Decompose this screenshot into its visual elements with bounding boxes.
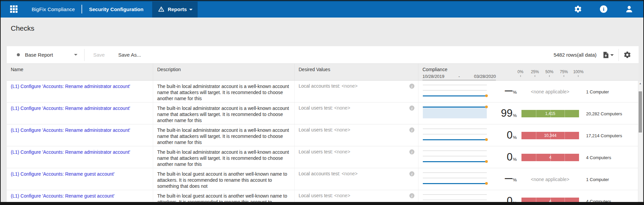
- compliance-trend-chart: [423, 102, 487, 124]
- brand-title[interactable]: BigFix Compliance: [32, 6, 75, 12]
- top-navbar: BigFix Compliance Security Configuration…: [1, 1, 643, 18]
- description-cell: The built-in local guest account is anot…: [153, 168, 294, 190]
- toolbar-divider: [618, 49, 619, 61]
- save-as-button[interactable]: Save As...: [118, 52, 141, 58]
- compliance-percent-value: 0: [507, 152, 512, 162]
- compliance-percent-unit: %: [513, 135, 517, 140]
- report-selector-value: Base Report: [25, 52, 65, 58]
- check-name-link[interactable]: (L1) Configure 'Accounts: Rename adminis…: [11, 127, 130, 133]
- table-row: (L1) Configure 'Accounts: Rename adminis…: [7, 146, 639, 168]
- check-name-link[interactable]: (L1) Configure 'Accounts: Rename adminis…: [11, 84, 130, 89]
- table-header: Name Description Desired Values Complian…: [7, 64, 639, 81]
- table-settings-gear-icon[interactable]: [623, 51, 631, 59]
- scale-label-0: 0%: [517, 69, 523, 77]
- compliance-date-range[interactable]: 10/28/2019 - 03/28/2020: [422, 74, 496, 80]
- navbar-divider: [81, 5, 82, 13]
- name-cell: (L1) Configure 'Accounts: Rename guest a…: [7, 190, 153, 202]
- desired-values-cell: Local users test: <none> i: [294, 124, 418, 146]
- check-name-link[interactable]: (L1) Configure 'Accounts: Rename adminis…: [11, 106, 130, 111]
- scrollbar-thumb[interactable]: [639, 91, 642, 133]
- description-cell: The built-in local administrator account…: [153, 81, 294, 102]
- info-icon[interactable]: i: [409, 171, 414, 176]
- warning-triangle-icon: [157, 5, 165, 13]
- column-header-description[interactable]: Description: [153, 64, 294, 80]
- description-cell: The built-in local administrator account…: [153, 146, 294, 168]
- desired-values-label: Local accounts test:: [299, 171, 340, 176]
- trend-line: [423, 107, 487, 108]
- desired-values-value: <none>: [342, 83, 358, 89]
- compliance-trend-chart: [423, 146, 487, 168]
- desired-values-value: <none>: [334, 149, 350, 154]
- info-icon[interactable]: i: [409, 84, 414, 89]
- compliance-percent-unit: %: [513, 90, 517, 94]
- scroll-up-arrow[interactable]: ▲: [638, 81, 642, 86]
- date-separator: -: [459, 74, 460, 79]
- toolbar-divider: [84, 49, 84, 61]
- compliance-percent-unit: %: [513, 157, 517, 162]
- chevron-down-icon: [189, 9, 193, 10]
- column-header-name[interactable]: Name: [7, 64, 153, 80]
- desired-values-cell: Local users test: <none> i: [294, 102, 418, 124]
- computer-count-label: 4 Computers: [586, 199, 611, 202]
- table-row: (L1) Configure 'Accounts: Rename guest a…: [7, 168, 639, 190]
- info-icon[interactable]: i: [409, 149, 414, 154]
- desired-values-value: <none>: [334, 105, 350, 111]
- app-launcher-icon[interactable]: [10, 5, 18, 13]
- compliance-trend-chart: [423, 190, 487, 202]
- reports-menu[interactable]: Reports: [152, 1, 198, 18]
- check-name-link[interactable]: (L1) Configure 'Accounts: Rename guest a…: [11, 171, 114, 177]
- table-row: (L1) Configure 'Accounts: Rename guest a…: [7, 190, 639, 202]
- compliance-percent-value: 0: [507, 196, 512, 202]
- compliance-trend-chart: [423, 81, 487, 102]
- chevron-down-icon: [610, 54, 614, 56]
- info-icon[interactable]: i: [409, 127, 414, 133]
- settings-gear-icon[interactable]: [574, 5, 582, 13]
- check-name-link[interactable]: (L1) Configure 'Accounts: Rename guest a…: [11, 193, 114, 199]
- check-name-link[interactable]: (L1) Configure 'Accounts: Rename adminis…: [11, 149, 130, 155]
- compliance-percent: 0 %: [479, 130, 517, 140]
- desired-values-cell: Local accounts test: <none> i: [294, 168, 418, 190]
- computer-count-label: 1 Computer: [586, 177, 609, 182]
- name-cell: (L1) Configure 'Accounts: Rename adminis…: [7, 146, 153, 168]
- reports-label: Reports: [168, 6, 187, 12]
- computer-count-bar: 1,415: [521, 110, 579, 117]
- computer-count-bar: 10,344: [521, 132, 579, 139]
- date-from-input[interactable]: 10/28/2019: [422, 74, 444, 79]
- scale-label-25: 25%: [531, 69, 539, 77]
- report-selector[interactable]: Base Report: [20, 52, 77, 58]
- report-status-dot: [17, 53, 20, 56]
- compliance-cell: 0 % 4 4 Computers: [418, 190, 639, 202]
- compliance-percent: — %: [479, 87, 517, 94]
- app-window: BigFix Compliance Security Configuration…: [0, 0, 644, 205]
- desired-values-label: Local users test:: [299, 105, 333, 111]
- computer-count-label: 20,282 Computers: [586, 111, 622, 116]
- trend-line: [423, 161, 487, 162]
- export-button[interactable]: [602, 51, 614, 59]
- date-to-input[interactable]: 03/28/2020: [474, 74, 496, 79]
- table-row: (L1) Configure 'Accounts: Rename adminis…: [7, 81, 639, 102]
- compliance-cell: — % <none applicable> 1 Computer: [418, 168, 639, 190]
- computer-count-label: 17,214 Computers: [586, 133, 622, 138]
- compliance-percent-unit: %: [513, 113, 517, 118]
- column-header-desired-values[interactable]: Desired Values: [294, 64, 418, 80]
- module-title[interactable]: Security Configuration: [89, 6, 143, 12]
- user-profile-icon[interactable]: [625, 5, 633, 13]
- computer-count-label: 4 Computers: [586, 155, 611, 160]
- info-icon[interactable]: i: [409, 106, 414, 111]
- scale-label-100: 100%: [573, 69, 584, 77]
- desired-values-value: <none>: [334, 193, 350, 198]
- compliance-percent: 0 %: [479, 152, 517, 162]
- chevron-down-icon: [74, 54, 77, 56]
- compliance-trend-chart: [423, 168, 487, 190]
- scale-label-75: 75%: [560, 69, 568, 77]
- desired-values-cell: Local users test: <none> i: [294, 190, 418, 202]
- compliance-cell: 0 % 10,344 17,214 Computers: [418, 124, 639, 146]
- compliance-percent-unit: %: [513, 178, 517, 182]
- trend-line: [423, 183, 487, 184]
- vertical-scrollbar[interactable]: ▲: [638, 81, 643, 202]
- desired-values-value: <none>: [334, 127, 350, 133]
- save-button[interactable]: Save: [93, 52, 105, 58]
- info-icon[interactable]: i: [409, 193, 414, 198]
- desired-values-value: <none>: [342, 171, 358, 176]
- info-icon[interactable]: i: [600, 5, 608, 13]
